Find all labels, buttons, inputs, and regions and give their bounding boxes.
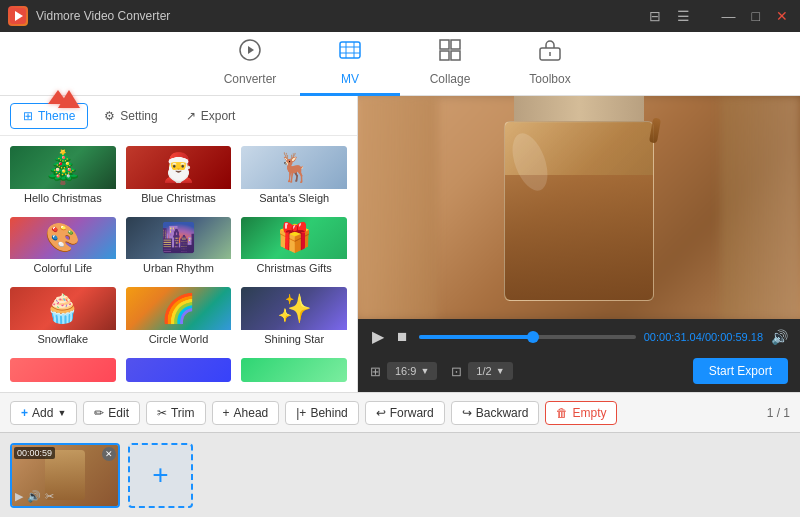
theme-item-blue-christmas[interactable]: 🎅 Blue Christmas [124, 144, 234, 209]
timeline-duration: 00:00:59 [14, 447, 55, 459]
timeline-item-1[interactable]: 00:00:59 ✕ ▶ 🔊 ✂ [10, 443, 120, 508]
theme-item-shining-star[interactable]: ✨ Shining Star [239, 285, 349, 350]
ahead-button[interactable]: + Ahead [212, 401, 280, 425]
aspect-ratio-chevron: ▼ [420, 366, 429, 376]
behind-button[interactable]: |+ Behind [285, 401, 359, 425]
quality-value: 1/2 [476, 365, 491, 377]
theme-thumb-christmas-gifts: 🎁 [241, 217, 347, 260]
page-indicator: 1 / 1 [767, 406, 790, 420]
main-nav: Converter MV Collage [0, 32, 800, 96]
bottom-toolbar: + Add ▼ ✏ Edit ✂ Trim + Ahead |+ Behind … [0, 392, 800, 432]
tab-collage-label: Collage [430, 72, 471, 86]
start-export-button[interactable]: Start Export [693, 358, 788, 384]
tab-toolbox-label: Toolbox [529, 72, 570, 86]
theme-thumb-santas-sleigh: 🦌 [241, 146, 347, 189]
setting-button[interactable]: ⚙ Setting [92, 104, 169, 128]
theme-label-hello-christmas: Hello Christmas [10, 189, 116, 207]
add-button[interactable]: + Add ▼ [10, 401, 77, 425]
backward-label: Backward [476, 406, 529, 420]
window-button[interactable]: — [718, 8, 740, 24]
theme-thumb-shining-star: ✨ [241, 287, 347, 330]
theme-item-christmas-gifts[interactable]: 🎁 Christmas Gifts [239, 215, 349, 280]
menu-button[interactable]: ☰ [673, 8, 694, 24]
theme-thumb-hello-christmas: 🎄 [10, 146, 116, 189]
theme-item-colorful-life[interactable]: 🎨 Colorful Life [8, 215, 118, 280]
theme-item-partial-3[interactable] [239, 356, 349, 384]
svg-rect-5 [440, 40, 449, 49]
theme-item-snowflake[interactable]: 🧁 Snowflake [8, 285, 118, 350]
edit-label: Edit [108, 406, 129, 420]
export-icon: ↗ [186, 109, 196, 123]
progress-bar[interactable] [419, 335, 636, 339]
play-button[interactable]: ▶ [370, 325, 386, 348]
titlebar-left: Vidmore Video Converter [8, 6, 170, 26]
export-button[interactable]: ↗ Export [174, 104, 248, 128]
theme-item-partial-1[interactable] [8, 356, 118, 384]
edit-icon: ✏ [94, 406, 104, 420]
tab-mv[interactable]: MV [300, 32, 400, 96]
forward-button[interactable]: ↩ Forward [365, 401, 445, 425]
empty-button[interactable]: 🗑 Empty [545, 401, 617, 425]
empty-label: Empty [572, 406, 606, 420]
timeline-close-button[interactable]: ✕ [102, 447, 116, 461]
behind-label: Behind [310, 406, 347, 420]
volume-icon[interactable]: 🔊 [771, 329, 788, 345]
tl-cut-icon[interactable]: ✂ [45, 490, 54, 503]
aspect-ratio-value: 16:9 [395, 365, 416, 377]
timeline-add-icon: + [152, 459, 168, 491]
left-panel: ⊞ Theme ⚙ Setting ↗ Export 🎄 Hello Chris… [0, 96, 358, 392]
theme-item-partial-2[interactable] [124, 356, 234, 384]
ratio-icon: ⊞ [370, 364, 381, 379]
tl-volume-icon[interactable]: 🔊 [27, 490, 41, 503]
content-area: ⊞ Theme ⚙ Setting ↗ Export 🎄 Hello Chris… [0, 96, 800, 392]
time-display: 00:00:31.04/00:00:59.18 [644, 331, 763, 343]
svg-rect-7 [440, 51, 449, 60]
ahead-label: Ahead [234, 406, 269, 420]
theme-item-santas-sleigh[interactable]: 🦌 Santa's Sleigh [239, 144, 349, 209]
behind-icon: |+ [296, 406, 306, 420]
timeline-add-button[interactable]: + [128, 443, 193, 508]
theme-label-santas-sleigh: Santa's Sleigh [241, 189, 347, 207]
close-button[interactable]: ✕ [772, 8, 792, 24]
tab-toolbox[interactable]: Toolbox [500, 32, 600, 96]
collage-icon [438, 38, 462, 68]
titlebar-controls: ⊟ ☰ — □ ✕ [645, 8, 792, 24]
theme-grid-icon: ⊞ [23, 109, 33, 123]
tab-converter[interactable]: Converter [200, 32, 300, 96]
titlebar-title: Vidmore Video Converter [36, 9, 170, 23]
theme-thumb-urban-rhythm: 🌆 [126, 217, 232, 260]
controls-left: ⊞ 16:9 ▼ ⊡ 1/2 ▼ [370, 362, 513, 380]
backward-button[interactable]: ↪ Backward [451, 401, 540, 425]
converter-icon [238, 38, 262, 68]
empty-icon: 🗑 [556, 406, 568, 420]
theme-item-circle-world[interactable]: 🌈 Circle World [124, 285, 234, 350]
app-icon [8, 6, 28, 26]
controls-row2: ⊞ 16:9 ▼ ⊡ 1/2 ▼ Start Export [358, 354, 800, 392]
theme-thumb-snowflake: 🧁 [10, 287, 116, 330]
maximize-button[interactable]: □ [748, 8, 764, 24]
theme-thumb-blue-christmas: 🎅 [126, 146, 232, 189]
edit-button[interactable]: ✏ Edit [83, 401, 140, 425]
theme-item-urban-rhythm[interactable]: 🌆 Urban Rhythm [124, 215, 234, 280]
stop-button[interactable]: ⏹ [394, 327, 411, 346]
theme-item-hello-christmas[interactable]: 🎄 Hello Christmas [8, 144, 118, 209]
add-chevron: ▼ [57, 408, 66, 418]
tl-play-icon[interactable]: ▶ [15, 490, 23, 503]
aspect-ratio-button[interactable]: 16:9 ▼ [387, 362, 437, 380]
theme-grid: 🎄 Hello Christmas 🎅 Blue Christmas 🦌 San… [0, 136, 357, 392]
export-button-label: Export [201, 109, 236, 123]
tab-converter-label: Converter [224, 72, 277, 86]
progress-fill [419, 335, 534, 339]
svg-rect-4 [340, 42, 360, 58]
theme-thumb-colorful-life: 🎨 [10, 217, 116, 260]
quality-icon: ⊡ [451, 364, 462, 379]
theme-label-blue-christmas: Blue Christmas [126, 189, 232, 207]
theme-label-shining-star: Shining Star [241, 330, 347, 348]
theme-label-christmas-gifts: Christmas Gifts [241, 259, 347, 277]
minimize-button[interactable]: ⊟ [645, 8, 665, 24]
svg-marker-11 [58, 90, 80, 108]
trim-icon: ✂ [157, 406, 167, 420]
trim-button[interactable]: ✂ Trim [146, 401, 206, 425]
quality-button[interactable]: 1/2 ▼ [468, 362, 512, 380]
tab-collage[interactable]: Collage [400, 32, 500, 96]
